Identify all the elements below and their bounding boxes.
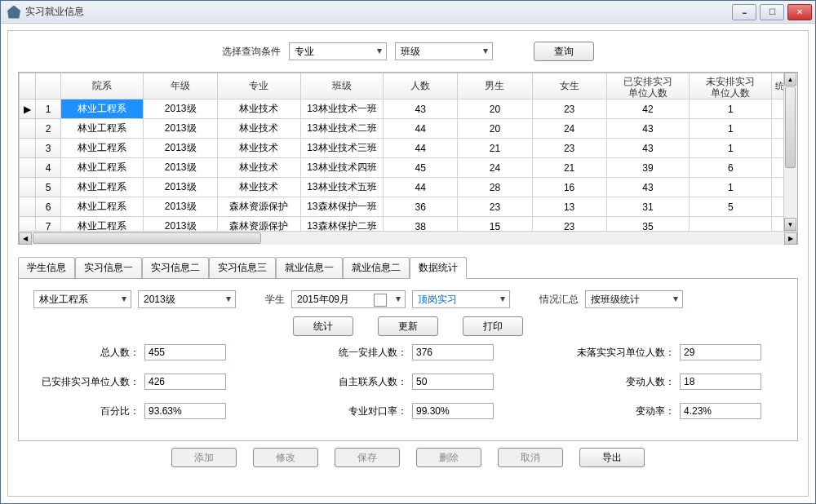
table-cell[interactable]: 42 xyxy=(606,99,689,119)
col-arranged[interactable]: 已安排实习单位人数 xyxy=(606,73,689,99)
table-row[interactable]: 6林业工程系2013级森林资源保护13森林保护一班362313315 xyxy=(20,197,797,217)
table-cell[interactable]: 林业工程系 xyxy=(60,158,143,178)
table-cell[interactable]: 20 xyxy=(458,119,532,139)
col-count[interactable]: 人数 xyxy=(384,73,458,99)
table-cell[interactable]: 24 xyxy=(532,119,606,139)
col-unarranged[interactable]: 未安排实习单位人数 xyxy=(690,73,772,99)
table-cell[interactable]: 2013级 xyxy=(144,197,218,217)
delete-button[interactable]: 删除 xyxy=(416,448,481,467)
table-row[interactable]: ▶1林业工程系2013级林业技术13林业技术一班432023421 xyxy=(20,99,797,119)
table-cell[interactable]: 森林资源保护 xyxy=(218,217,300,232)
minimize-button[interactable] xyxy=(732,4,756,20)
table-cell[interactable]: 23 xyxy=(532,217,606,232)
col-female[interactable]: 女生 xyxy=(532,73,606,99)
changed-value[interactable]: 18 xyxy=(680,374,761,390)
pct-value[interactable]: 93.63% xyxy=(144,403,226,419)
table-cell[interactable]: 林业技术 xyxy=(218,178,300,197)
hscroll-thumb[interactable] xyxy=(33,232,261,244)
table-cell[interactable]: 2013级 xyxy=(144,217,218,232)
table-cell[interactable]: 43 xyxy=(606,119,689,139)
query-class-combo[interactable]: 班级 xyxy=(395,42,493,60)
table-cell[interactable]: 28 xyxy=(458,178,532,197)
table-cell[interactable]: 2013级 xyxy=(144,139,218,158)
horizontal-scrollbar[interactable]: ◀ ▶ xyxy=(19,231,797,245)
stat-dept-combo[interactable]: 林业工程系 xyxy=(33,290,131,308)
table-cell[interactable]: 43 xyxy=(384,99,458,119)
table-cell[interactable]: 2013级 xyxy=(144,178,218,197)
col-major[interactable]: 专业 xyxy=(218,73,300,99)
table-cell[interactable]: 44 xyxy=(384,119,458,139)
table-cell[interactable]: 6 xyxy=(690,158,772,178)
table-cell[interactable]: 38 xyxy=(384,217,458,232)
print-button[interactable]: 打印 xyxy=(463,316,523,336)
table-cell[interactable]: 13林业技术二班 xyxy=(300,119,383,139)
table-cell[interactable]: 36 xyxy=(384,197,458,217)
stat-type-combo[interactable]: 顶岗实习 xyxy=(412,290,510,308)
table-row[interactable]: 3林业工程系2013级林业技术13林业技术三班442123431 xyxy=(20,139,797,158)
scroll-down-icon[interactable]: ▼ xyxy=(784,218,796,231)
tab-2[interactable]: 实习信息二 xyxy=(142,257,209,279)
table-cell[interactable]: 23 xyxy=(458,197,532,217)
table-cell[interactable]: 43 xyxy=(606,139,689,158)
col-dept[interactable]: 院系 xyxy=(60,73,143,99)
table-cell[interactable]: 13森林保护一班 xyxy=(300,197,383,217)
table-cell[interactable]: 林业工程系 xyxy=(60,217,143,232)
save-button[interactable]: 保存 xyxy=(335,448,400,467)
table-cell[interactable]: 1 xyxy=(690,139,772,158)
table-cell[interactable]: 16 xyxy=(532,178,606,197)
calc-button[interactable]: 统计 xyxy=(293,316,353,336)
scroll-left-icon[interactable]: ◀ xyxy=(19,232,32,245)
table-cell[interactable]: 44 xyxy=(384,139,458,158)
self-value[interactable]: 50 xyxy=(412,374,494,390)
col-male[interactable]: 男生 xyxy=(458,73,532,99)
match-value[interactable]: 99.30% xyxy=(412,403,494,419)
table-cell[interactable]: 39 xyxy=(606,158,689,178)
table-cell[interactable]: 1 xyxy=(690,119,772,139)
tab-4[interactable]: 就业信息一 xyxy=(276,257,343,279)
table-cell[interactable]: 林业工程系 xyxy=(60,99,143,119)
table-cell[interactable]: 43 xyxy=(606,178,689,197)
table-cell[interactable]: 15 xyxy=(458,217,532,232)
table-cell[interactable]: 45 xyxy=(384,158,458,178)
query-major-combo[interactable]: 专业 xyxy=(289,42,387,60)
unified-value[interactable]: 376 xyxy=(412,344,494,360)
refresh-button[interactable]: 更新 xyxy=(378,316,438,336)
total-value[interactable]: 455 xyxy=(144,344,226,360)
table-cell[interactable]: 林业技术 xyxy=(218,158,300,178)
col-class[interactable]: 班级 xyxy=(300,73,383,99)
table-cell[interactable]: 23 xyxy=(532,99,606,119)
table-cell[interactable]: 林业工程系 xyxy=(60,178,143,197)
table-row[interactable]: 4林业工程系2013级林业技术13林业技术四班452421396 xyxy=(20,158,797,178)
table-cell[interactable]: 1 xyxy=(690,99,772,119)
table-cell[interactable]: 林业技术 xyxy=(218,119,300,139)
vscroll-thumb[interactable] xyxy=(785,86,796,168)
tab-3[interactable]: 实习信息三 xyxy=(209,257,276,279)
table-row[interactable]: 2林业工程系2013级林业技术13林业技术二班442024431 xyxy=(20,119,797,139)
close-button[interactable] xyxy=(787,4,812,20)
table-cell[interactable]: 林业工程系 xyxy=(60,119,143,139)
add-button[interactable]: 添加 xyxy=(171,448,237,467)
table-cell[interactable]: 13森林保护二班 xyxy=(300,217,383,232)
table-cell[interactable]: 13林业技术五班 xyxy=(300,178,383,197)
table-cell[interactable]: 2013级 xyxy=(144,119,218,139)
col-grade[interactable]: 年级 xyxy=(144,73,218,99)
table-cell[interactable]: 林业工程系 xyxy=(60,139,143,158)
table-cell[interactable] xyxy=(690,217,772,232)
tab-0[interactable]: 学生信息 xyxy=(18,257,75,279)
stat-grade-combo[interactable]: 2013级 xyxy=(138,290,236,308)
search-button[interactable]: 查询 xyxy=(534,42,594,61)
change-rate-value[interactable]: 4.23% xyxy=(680,403,761,419)
tab-1[interactable]: 实习信息一 xyxy=(75,257,142,279)
table-row[interactable]: 7林业工程系2013级森林资源保护13森林保护二班38152335 xyxy=(20,217,797,232)
maximize-button[interactable] xyxy=(760,4,784,20)
stat-date-picker[interactable]: 2015年09月 xyxy=(291,290,406,308)
table-cell[interactable]: 林业技术 xyxy=(218,99,300,119)
unassigned-value[interactable]: 29 xyxy=(680,344,761,360)
table-cell[interactable]: 20 xyxy=(458,99,532,119)
table-cell[interactable]: 13林业技术一班 xyxy=(300,99,383,119)
export-button[interactable]: 导出 xyxy=(579,448,645,467)
table-cell[interactable]: 13林业技术三班 xyxy=(300,139,383,158)
table-cell[interactable]: 5 xyxy=(690,197,772,217)
tab-5[interactable]: 就业信息二 xyxy=(343,257,410,279)
table-row[interactable]: 5林业工程系2013级林业技术13林业技术五班442816431 xyxy=(20,178,797,197)
